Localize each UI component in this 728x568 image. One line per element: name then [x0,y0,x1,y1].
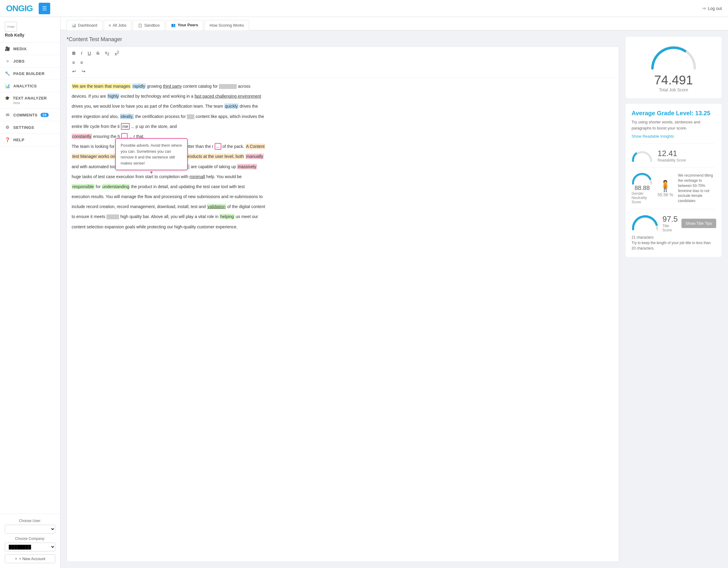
choose-company-label: Choose Company: [5,537,55,541]
tab-your-peers[interactable]: 👥 Your Peers [166,20,203,30]
gender-value: 88.88 [635,184,650,191]
italic-button[interactable]: I [79,50,84,57]
gender-mini-gauge [632,172,653,184]
jobs-icon: ≡ [5,59,10,63]
title-mini-gauge [632,214,659,232]
toolbar-row-2: ≡ ≡ [70,59,615,66]
dashboard-tab-icon: 📊 [72,23,76,28]
sidebar-item-page-builder[interactable]: 🔧 PAGE BUILDER [0,67,60,80]
sidebar-item-jobs[interactable]: ≡ JOBS [0,55,60,67]
total-score-value: 74.491 [632,73,716,87]
highlight-massively: massively [237,164,257,169]
plus-icon: + [15,557,17,561]
readability-gauge-svg [632,150,653,162]
tab-all-jobs[interactable]: ≡ All Jobs [104,20,132,30]
metrics-card: Average Grade Level: 13.25 Try using sho… [625,103,722,257]
user-name: Rob Kelly [5,33,55,37]
highlight-highly: highly [107,93,120,99]
sidebar-label-page-builder: PAGE BUILDER [13,71,44,76]
toolbar-row-1: B I U S x2 x2 [70,49,615,57]
grade-desc: Try using shorter words, sentences and p… [632,119,716,131]
ordered-list-button[interactable]: ≡ [70,59,77,66]
sidebar-label-help: HELP [13,138,24,142]
tab-sandbox[interactable]: 📋 Sandbox [133,20,165,30]
readability-row: 12.41 Readability Score [632,144,716,162]
sidebar-item-analytics[interactable]: 📊 ANALYTICS [0,80,60,92]
highlight-a-content: A Content [245,144,265,149]
tab-dashboard-label: Dashboard [78,23,97,28]
subscript-button[interactable]: x2 [103,49,111,57]
toolbar-row-3: ↩ ↪ [70,68,615,75]
boxed-pink-4: ... [215,143,221,150]
avg-grade-title: Average Grade Level: 13.25 [632,110,716,117]
redo-button[interactable]: ↪ [80,68,87,75]
sidebar-label-jobs: JOBS [13,59,24,63]
tabs-bar: 📊 Dashboard ≡ All Jobs 📋 Sandbox 👥 Your … [60,17,728,30]
strikethrough-button[interactable]: S [95,50,101,57]
choose-company-select[interactable]: ████████ [5,543,55,551]
highlight-validation: validation [207,204,226,209]
highlight-constantly: constantly [72,134,92,139]
sidebar-bottom: Choose User: Choose Company: ████████ + … [0,514,60,568]
gender-label: Gender Neutrality Score [632,191,653,204]
sidebar-item-settings[interactable]: ⚙ SETTINGS [0,121,60,134]
page-builder-icon: 🔧 [5,71,10,76]
blurred-4: ████ [106,214,119,219]
tab-how-scoring-works[interactable]: How Scoring Works [204,20,249,30]
superscript-button[interactable]: x2 [113,49,121,57]
score-panel: 74.491 Total Job Score Average Grade Lev… [625,36,722,562]
sidebar-item-text-analyzer[interactable]: 🎓 TEXT ANALYZER beta [0,92,60,109]
highlight-we-are: We are the team that manages [72,83,131,89]
main-layout: image Rob Kelly 🎥 MEDIA ≡ JOBS 🔧 PAGE BU… [0,17,728,568]
editor-section: *Content Test Manager B I U S x2 x2 ≡ [60,30,728,568]
editor-box: B I U S x2 x2 ≡ ≡ ↩ ↪ [67,46,619,562]
highlight-quickly: quickly [224,103,239,109]
gender-gauge-svg [632,172,653,184]
gender-pct: 55.56 % [658,192,673,197]
sidebar-label-text-analyzer: TEXT ANALYZER [13,96,47,100]
unordered-list-button[interactable]: ≡ [79,59,85,66]
your-peers-tab-icon: 👥 [171,23,176,27]
help-icon: ❓ [5,137,10,142]
bold-button[interactable]: B [70,50,77,57]
sidebar-item-help[interactable]: ❓ HELP [0,134,60,146]
boxed-pink-1: me [121,123,130,130]
tab-all-jobs-label: All Jobs [113,23,127,28]
sandbox-tab-icon: 📋 [138,23,142,28]
title-score-row: 97.5 Title Score Show Title Tips 21 char… [632,209,716,251]
show-insights-link[interactable]: Show Readable Insights [632,134,674,138]
highlight-minimall: minimall [190,174,205,179]
editor-content[interactable]: Possible adverb. Avoid them where you ca… [67,78,619,562]
editor-panel: *Content Test Manager B I U S x2 x2 ≡ [67,36,619,562]
highlight-understanding: understanding [102,184,130,189]
tab-dashboard[interactable]: 📊 Dashboard [67,20,102,30]
underline-button[interactable]: U [86,50,93,57]
sidebar-label-analytics: ANALYTICS [13,84,37,88]
editor-title: *Content Test Manager [67,36,619,43]
highlight-third-party: third party [163,84,182,89]
comments-icon: ✉ [5,112,10,117]
highlight-manually: manually [245,154,264,159]
logout-icon: ⇒ [702,5,706,11]
highlight-rapidly: rapidly [132,83,146,89]
new-account-button[interactable]: + + New Account [5,554,55,563]
gauge-container [649,43,698,70]
gender-row: 88.88 Gender Neutrality Score 🧍 55.56 % … [632,167,716,204]
hamburger-button[interactable]: ☰ [39,3,50,14]
comments-badge: 59 [41,113,49,117]
readability-info: 12.41 Readability Score [658,149,716,162]
gender-icon: 🧍 [658,180,672,192]
choose-user-select[interactable] [5,525,55,534]
sidebar-item-media[interactable]: 🎥 MEDIA [0,43,60,55]
undo-button[interactable]: ↩ [70,68,78,75]
settings-icon: ⚙ [5,125,10,130]
highlight-helping: helping [219,214,234,219]
title-gauge-svg [632,214,659,231]
logout-area[interactable]: ⇒ Log out [702,5,722,11]
analytics-icon: 📊 [5,83,10,88]
show-title-tips-button[interactable]: Show Title Tips [681,219,716,228]
sidebar-item-comments[interactable]: ✉ COMMENTS 59 [0,109,60,121]
tooltip-popup: Possible adverb. Avoid them where you ca… [115,138,188,170]
header: ONGIG ☰ ⇒ Log out [0,0,728,17]
new-account-label: + New Account [19,557,45,561]
